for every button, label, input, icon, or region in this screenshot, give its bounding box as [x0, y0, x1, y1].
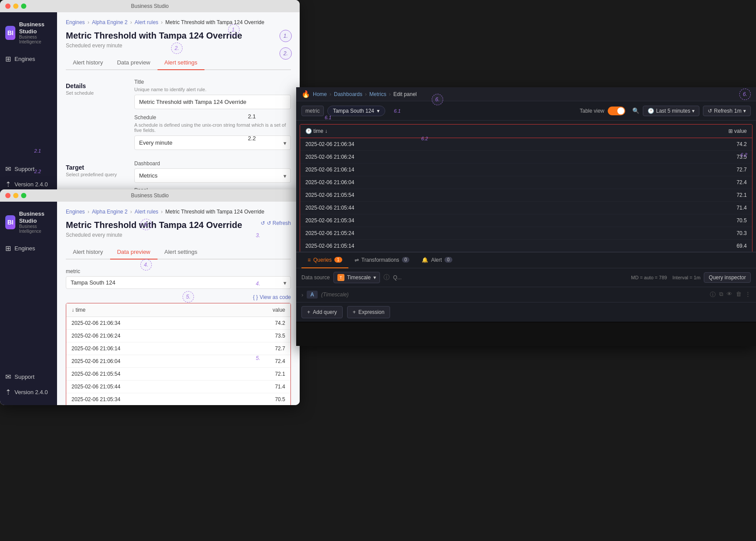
sidebar-logo: BI Business Studio Business Intelligence — [0, 18, 57, 51]
close-button[interactable] — [5, 4, 11, 9]
main-content-back: Engines › Alpha Engine 2 › Alert rules ›… — [57, 12, 300, 197]
sidebar-bottom-mid: ✉ Support ⇡ Version 2.4.0 — [0, 369, 57, 400]
zoom-out-btn[interactable]: 🔍 — [632, 107, 639, 114]
table-view-toggle[interactable] — [608, 107, 625, 115]
logo-text-mid: Business Studio Business Intelligence — [19, 210, 52, 234]
gf-breadcrumb-dashboards[interactable]: Dashboards — [334, 91, 362, 97]
gf-tab-transformations[interactable]: ⇌ Transformations 0 — [348, 253, 416, 268]
preview-table-row: 2025-02-06 21:05:4471.4 — [66, 381, 290, 393]
support-icon-mid: ✉ — [5, 373, 11, 381]
ds-info-icon[interactable]: ⓘ — [383, 274, 390, 281]
fullscreen-button-mid[interactable] — [21, 193, 26, 198]
breadcrumb-rules-mid[interactable]: Alert rules — [135, 209, 158, 215]
query-action-eye[interactable]: 👁 — [727, 291, 732, 299]
title-input[interactable] — [134, 95, 291, 109]
transformations-label: Transformations — [362, 257, 399, 263]
fullscreen-button[interactable] — [21, 4, 26, 9]
query-action-info[interactable]: ⓘ — [710, 291, 716, 299]
sidebar-item-support[interactable]: ✉ Support — [0, 161, 57, 177]
gf-metric-tag: metric — [301, 106, 324, 116]
alert-icon: 🔔 — [422, 257, 428, 263]
sidebar-item-engines-mid[interactable]: ⊞ Engines — [0, 241, 57, 256]
gf-query-row-a: › A (Timescale) ⓘ ⧉ 👁 🗑 ⋮ — [296, 287, 756, 303]
tab-data-preview-mid[interactable]: Data preview — [110, 245, 158, 260]
sidebar-engines-label-mid: Engines — [14, 245, 35, 252]
gf-table-row: 2025-02-06 21:06:0472.4 — [300, 176, 752, 189]
sidebar-mid: BI Business Studio Business Intelligence… — [0, 202, 57, 405]
schedule-select[interactable]: Every minute — [134, 135, 291, 150]
details-title: Details — [66, 82, 127, 89]
preview-value-cell: 70.5 — [228, 393, 290, 406]
dashboard-label: Dashboard — [134, 160, 291, 167]
gf-panel-area: 6.2 🕐 time ↓ ⊞ value — [296, 121, 756, 252]
add-query-label: Add query — [313, 309, 337, 315]
code-icon: { } — [253, 294, 258, 300]
sidebar-bottom: ✉ Support ⇡ Version 2.4.0 — [0, 161, 57, 192]
query-label-a: A — [307, 291, 318, 299]
gf-time-cell: 2025-02-06 21:06:24 — [300, 151, 604, 164]
gf-tab-alert[interactable]: 🔔 Alert 0 — [416, 253, 458, 268]
tab-alert-history-mid[interactable]: Alert history — [66, 245, 110, 260]
gf-breadcrumb-metrics[interactable]: Metrics — [369, 91, 387, 97]
data-source-selector[interactable]: T Timescale ▾ — [333, 272, 380, 283]
gf-datasource-pill[interactable]: Tampa South 124 ▾ — [327, 106, 385, 116]
sidebar-support-mid[interactable]: ✉ Support — [0, 369, 57, 384]
view-as-code-link[interactable]: { } View as code — [253, 294, 291, 300]
refresh-interval: 1m — [734, 108, 742, 114]
refresh-icon-gf: ↺ — [708, 108, 712, 114]
tab-alert-settings[interactable]: Alert settings — [158, 56, 204, 70]
title-bar-back: Business Studio — [0, 0, 300, 12]
refresh-icon: ↺ — [261, 220, 265, 226]
breadcrumb-alpha-mid[interactable]: Alpha Engine 2 — [92, 209, 127, 215]
gf-header: 🔥 Home › Dashboards › Metrics › Edit pan… — [296, 87, 756, 101]
time-range-btn[interactable]: 🕐 Last 5 minutes ▾ — [643, 106, 699, 116]
gf-col-value: ⊞ value — [604, 125, 752, 138]
breadcrumb-alert-rules[interactable]: Alert rules — [135, 19, 158, 25]
annotation-label-62: 6.2 — [421, 136, 428, 141]
gf-value-cell: 70.5 — [604, 214, 752, 227]
query-inspector-btn[interactable]: Query inspector — [704, 272, 751, 283]
gf-col-time: 🕐 time ↓ — [300, 125, 604, 138]
window-alert-settings: Business Studio BI Business Studio Busin… — [0, 0, 300, 197]
col-time-header: ↓ time — [66, 303, 228, 317]
refresh-label-gf: Refresh — [714, 108, 732, 114]
refresh-button[interactable]: ↺ ↺ Refresh — [261, 220, 291, 226]
breadcrumb-engines-mid[interactable]: Engines — [66, 209, 85, 215]
query-action-more[interactable]: ⋮ — [745, 291, 751, 299]
sidebar-version-mid[interactable]: ⇡ Version 2.4.0 — [0, 384, 57, 400]
close-button-mid[interactable] — [5, 193, 11, 198]
main-content-mid: Engines › Alpha Engine 2 › Alert rules ›… — [57, 202, 300, 405]
minimize-button-mid[interactable] — [13, 193, 18, 198]
queries-icon: ≡ — [308, 257, 311, 263]
tab-alert-history[interactable]: Alert history — [66, 56, 110, 70]
gf-table-row: 2025-02-06 21:05:4471.4 — [300, 202, 752, 214]
query-action-delete[interactable]: 🗑 — [736, 291, 742, 299]
clock-icon: 🕐 — [648, 108, 654, 114]
title-field-label: Title — [134, 79, 291, 85]
refresh-btn-grafana[interactable]: ↺ Refresh 1m ▾ — [703, 106, 751, 116]
logo-title-mid: Business Studio — [19, 210, 52, 224]
col-value-header: value — [228, 303, 290, 317]
annotation-61: 6.1 — [394, 107, 401, 114]
time-range-label: Last 5 minutes — [656, 108, 690, 114]
gf-breadcrumb-home[interactable]: Home — [313, 91, 327, 97]
gf-add-query: + Add query + Expression — [296, 303, 756, 322]
table-view-label: Table view — [580, 108, 604, 114]
add-expression-btn[interactable]: + Expression — [347, 306, 390, 318]
breadcrumb-alpha-engine[interactable]: Alpha Engine 2 — [92, 19, 127, 25]
add-query-btn[interactable]: + Add query — [301, 306, 343, 318]
gf-value-cell: 72.1 — [604, 189, 752, 202]
gf-query-section: Data source T Timescale ▾ ⓘ Q... MD = au… — [296, 268, 756, 287]
dashboard-select[interactable]: Metrics — [134, 168, 291, 183]
sidebar-item-engines[interactable]: ⊞ Engines — [0, 51, 57, 67]
window-grafana: 🔥 Home › Dashboards › Metrics › Edit pan… — [296, 87, 756, 346]
tab-alert-settings-mid[interactable]: Alert settings — [158, 245, 204, 260]
tab-data-preview[interactable]: Data preview — [110, 56, 158, 70]
ds-query-icon[interactable]: Q... — [393, 274, 401, 281]
gf-tab-queries[interactable]: ≡ Queries 1 — [301, 253, 348, 268]
query-expand-icon[interactable]: › — [301, 292, 303, 298]
minimize-button[interactable] — [13, 4, 18, 9]
query-action-copy[interactable]: ⧉ — [719, 291, 723, 299]
breadcrumb-engines[interactable]: Engines — [66, 19, 85, 25]
annotation-3: 3. — [256, 232, 260, 238]
